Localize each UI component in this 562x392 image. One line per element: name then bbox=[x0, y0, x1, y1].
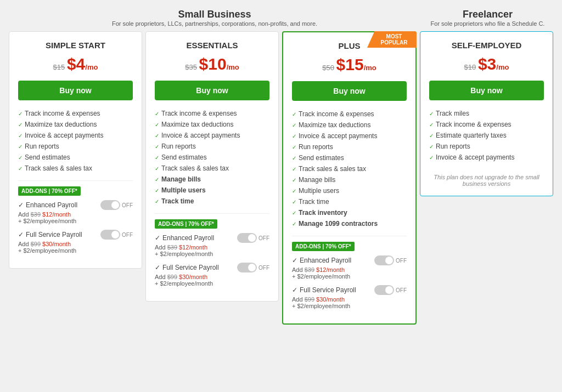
feature-text: Invoice & accept payments bbox=[436, 154, 514, 161]
chevron-icon: ✓ bbox=[155, 133, 159, 139]
plan-card-simple-start: SIMPLE START $15 $4/mo Buy now ✓ Track i… bbox=[9, 31, 142, 269]
buy-button-simple-start[interactable]: Buy now bbox=[18, 81, 133, 100]
price-per-mo-essentials: /mo bbox=[227, 63, 239, 71]
toggle-track[interactable] bbox=[237, 263, 257, 272]
plan-name-simple-start: SIMPLE START bbox=[18, 41, 133, 50]
feature-text: Run reports bbox=[161, 143, 196, 150]
toggle-track[interactable] bbox=[100, 200, 120, 210]
chevron-icon: ✓ bbox=[292, 133, 296, 139]
toggle-off-label: OFF bbox=[396, 287, 407, 293]
chevron-icon: ✓ bbox=[429, 122, 434, 128]
feature-text: Track sales & sales tax bbox=[25, 164, 92, 172]
feature-item: ✓ Estimate quarterly taxes bbox=[429, 130, 544, 141]
addons-banner-simple-start: ADD-ONS | 70% OFF* bbox=[18, 186, 81, 196]
addon-discounted-price: $30/month bbox=[179, 274, 207, 280]
addon-name: ✓ Enhanced Payroll bbox=[18, 201, 77, 209]
plan-card-essentials: ESSENTIALS $35 $10/mo Buy now ✓ Track in… bbox=[145, 31, 279, 302]
toggle-track[interactable] bbox=[374, 285, 394, 295]
addon-extra-price: + $2/employee/month bbox=[155, 251, 269, 257]
chevron-icon: ✓ bbox=[155, 177, 159, 183]
feature-item: ✓ Send estimates bbox=[155, 152, 269, 163]
feature-item: ✓ Maximize tax deductions bbox=[18, 119, 133, 130]
toggle-knob bbox=[111, 231, 119, 238]
addon-price: Add $99 $30/month bbox=[292, 296, 407, 303]
cards-row: SIMPLE START $15 $4/mo Buy now ✓ Track i… bbox=[9, 31, 553, 325]
chevron-icon: ✓ bbox=[18, 111, 23, 117]
feature-list-essentials: ✓ Track income & expenses ✓ Maximize tax… bbox=[155, 108, 269, 207]
addon-toggle[interactable]: OFF bbox=[100, 230, 133, 240]
addon-item: ✓ Full Service Payroll OFF Add $99 $30/m… bbox=[292, 285, 407, 309]
feature-item: ✓ Run reports bbox=[429, 141, 544, 152]
feature-item: ✓ Track time bbox=[292, 196, 407, 207]
feature-text: Estimate quarterly taxes bbox=[436, 132, 507, 139]
toggle-knob bbox=[385, 286, 393, 294]
feature-item: ✓ Invoice & accept payments bbox=[292, 130, 407, 141]
price-current-plus: $15 bbox=[336, 55, 364, 73]
addon-price: Add $99 $30/month bbox=[155, 274, 269, 280]
addon-toggle[interactable]: OFF bbox=[374, 285, 407, 295]
feature-text: Send estimates bbox=[299, 154, 344, 162]
feature-item: ✓ Track inventory bbox=[292, 207, 407, 218]
feature-text: Run reports bbox=[436, 143, 470, 150]
toggle-off-label: OFF bbox=[258, 235, 269, 241]
feature-text: Invoice & accept payments bbox=[161, 132, 240, 139]
feature-text: Track inventory bbox=[299, 209, 347, 217]
no-upgrade-note: This plan does not upgrade to the small … bbox=[429, 174, 544, 187]
buy-button-self-employed[interactable]: Buy now bbox=[429, 81, 544, 100]
chevron-icon: ✓ bbox=[292, 221, 296, 227]
addon-original-price: $99 bbox=[305, 296, 314, 303]
chevron-icon: ✓ bbox=[292, 166, 296, 172]
addons-banner-essentials: ADD-ONS | 70% OFF* bbox=[155, 219, 217, 229]
buy-button-essentials[interactable]: Buy now bbox=[155, 81, 269, 100]
price-per-mo-simple-start: /mo bbox=[85, 63, 98, 71]
price-current-self-employed: $3 bbox=[478, 55, 496, 73]
addon-discounted-price: $30/month bbox=[42, 241, 71, 247]
addon-toggle[interactable]: OFF bbox=[100, 200, 133, 210]
addon-item: ✓ Enhanced Payroll OFF Add $39 $12/month… bbox=[292, 255, 407, 280]
chevron-icon: ✓ bbox=[155, 111, 159, 117]
addon-toggle[interactable]: OFF bbox=[237, 233, 269, 243]
freelancer-subtitle: For sole proprietors who file a Schedule… bbox=[420, 20, 555, 27]
feature-list-plus: ✓ Track income & expenses ✓ Maximize tax… bbox=[292, 109, 407, 229]
toggle-off-label: OFF bbox=[396, 258, 407, 264]
price-current-essentials: $10 bbox=[199, 55, 227, 73]
feature-item: ✓ Manage bills bbox=[292, 174, 407, 185]
addon-original-price: $39 bbox=[305, 266, 314, 273]
addon-extra-price: + $2/employee/month bbox=[292, 273, 407, 280]
toggle-track[interactable] bbox=[237, 233, 257, 243]
feature-text: Manage bills bbox=[299, 176, 335, 184]
chevron-icon: ✓ bbox=[292, 111, 296, 117]
price-row-simple-start: $15 $4/mo bbox=[18, 54, 133, 74]
addon-label: Full Service Payroll bbox=[26, 231, 82, 238]
toggle-knob bbox=[385, 257, 393, 264]
chevron-icon: ✓ bbox=[429, 111, 434, 117]
freelancer-title: Freelancer bbox=[420, 9, 555, 20]
addon-toggle[interactable]: OFF bbox=[374, 255, 407, 265]
chevron-icon: ✓ bbox=[429, 133, 434, 139]
feature-text: Track income & expenses bbox=[25, 110, 100, 117]
feature-text: Track income & expenses bbox=[436, 121, 512, 128]
chevron-icon: ✓ bbox=[155, 166, 159, 172]
addon-name: ✓ Full Service Payroll bbox=[18, 231, 82, 238]
addon-toggle[interactable]: OFF bbox=[237, 263, 269, 272]
feature-item: ✓ Maximize tax deductions bbox=[155, 119, 269, 130]
chevron-icon: ✓ bbox=[429, 155, 434, 161]
toggle-track[interactable] bbox=[100, 230, 120, 240]
feature-item: ✓ Maximize tax deductions bbox=[292, 120, 407, 130]
feature-item: ✓ Track sales & sales tax bbox=[155, 163, 269, 174]
feature-text: Invoice & accept payments bbox=[25, 132, 103, 139]
chevron-icon: ✓ bbox=[292, 144, 296, 150]
feature-item: ✓ Send estimates bbox=[292, 152, 407, 163]
chevron-icon: ✓ bbox=[155, 188, 159, 194]
addon-label: Enhanced Payroll bbox=[162, 234, 214, 242]
chevron-icon: ✓ bbox=[18, 231, 24, 238]
price-row-self-employed: $10 $3/mo bbox=[429, 54, 544, 74]
addon-discounted-price: $30/month bbox=[316, 296, 345, 303]
buy-button-plus[interactable]: Buy now bbox=[292, 81, 407, 101]
addons-section-essentials: ADD-ONS | 70% OFF* ✓ Enhanced Payroll OF… bbox=[155, 213, 269, 287]
plan-name-essentials: ESSENTIALS bbox=[155, 41, 269, 50]
feature-list-self-employed: ✓ Track miles ✓ Track income & expenses … bbox=[429, 108, 544, 163]
feature-text: Maximize tax deductions bbox=[25, 121, 97, 128]
toggle-track[interactable] bbox=[374, 255, 394, 265]
feature-list-simple-start: ✓ Track income & expenses ✓ Maximize tax… bbox=[18, 108, 133, 174]
